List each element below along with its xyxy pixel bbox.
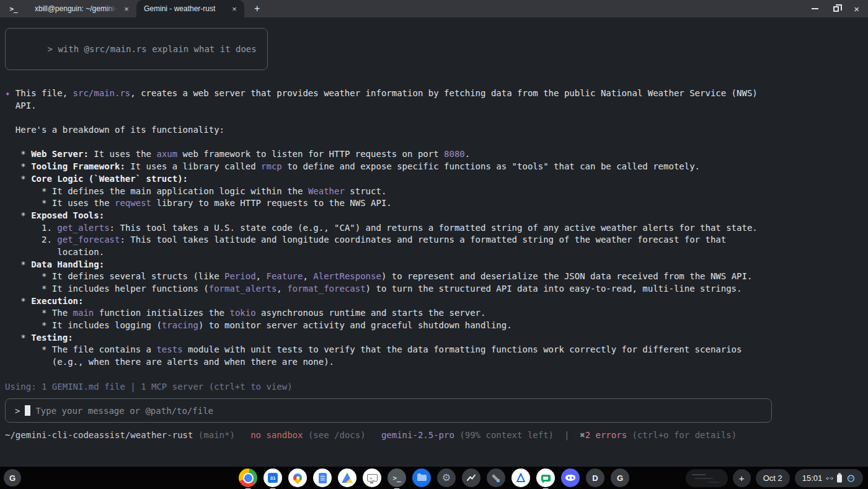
shelf-app-d[interactable]: D (586, 469, 604, 487)
shelf-app-activity[interactable] (462, 469, 480, 487)
message-input[interactable]: > Type your message or @path/to/file (5, 398, 772, 423)
activity-chart-icon (462, 469, 480, 487)
previous-prompt: > with @src/main.rs explain what it does (5, 28, 268, 70)
clock-label: 15:01 (802, 473, 823, 483)
shelf-app-chat[interactable] (536, 469, 555, 487)
shelf-app-calendar[interactable]: 31 (264, 469, 282, 487)
system-tray: + Oct 2 15:01 ‹··› (686, 469, 863, 487)
debug-bug-icon (846, 473, 856, 483)
window-tab-strip: >_ xbill@penguin: ~/gemini-cli-codeas × … (0, 0, 868, 17)
tray-plus-button[interactable]: + (733, 469, 751, 487)
tab-gemini-weather-rust[interactable]: Gemini - weather-rust × (136, 0, 244, 17)
tab-title: xbill@penguin: ~/gemini-cli-codeas (35, 4, 118, 13)
shelf-app-g[interactable]: G (611, 469, 629, 487)
date-pill[interactable]: Oct 2 (756, 469, 790, 487)
tab-title: Gemini - weather-rust (144, 4, 215, 13)
taskbar: G 31 >_ >_ ⚙ (0, 467, 868, 489)
shelf-app-tools[interactable] (487, 469, 505, 487)
restore-icon[interactable] (833, 6, 839, 12)
text-cursor (25, 405, 30, 416)
status-bar: ~/gemini-cli-codeassist/weather-rust (ma… (5, 430, 868, 442)
shelf-app-discord[interactable] (561, 469, 580, 487)
android-studio-icon (512, 469, 530, 487)
shelf-app-linux[interactable]: >_ (363, 469, 381, 487)
close-icon[interactable]: × (854, 4, 859, 14)
terminal-output: ✦ This file, src/main.rs, creates a web … (0, 88, 868, 393)
shelf-app-android-studio[interactable] (512, 469, 530, 487)
date-label: Oct 2 (763, 473, 782, 483)
close-icon[interactable]: × (229, 4, 239, 14)
files-icon (412, 469, 431, 487)
input-placeholder: Type your message or @path/to/file (35, 406, 213, 416)
shelf-app-files[interactable] (412, 469, 431, 487)
drive-icon (338, 469, 356, 487)
minimize-icon[interactable] (812, 8, 818, 9)
terminal-body: > with @src/main.rs explain what it does… (0, 17, 868, 467)
discord-icon (561, 469, 580, 487)
new-tab-button[interactable]: + (254, 4, 260, 14)
tab-terminal-shell[interactable]: xbill@penguin: ~/gemini-cli-codeas × (27, 0, 136, 17)
ethernet-icon: ‹··› (826, 474, 833, 482)
d-app-icon: D (586, 469, 604, 487)
terminal-app-icon: >_ (0, 0, 27, 17)
calendar-icon: 31 (264, 469, 282, 487)
plus-icon: + (739, 473, 745, 483)
g-app-icon: G (611, 469, 629, 487)
shelf-app-docs[interactable] (313, 469, 332, 487)
shelf-app-terminal[interactable]: >_ (388, 469, 406, 487)
shelf-app-settings[interactable]: ⚙ (437, 469, 456, 487)
screen-capture-preview[interactable] (686, 469, 728, 487)
close-icon[interactable]: × (122, 4, 131, 14)
settings-gear-icon: ⚙ (437, 469, 456, 487)
battery-icon (836, 473, 843, 483)
launcher-letter: G (9, 473, 16, 483)
launcher-button[interactable]: G (4, 469, 21, 487)
shelf-app-chrome[interactable] (239, 469, 257, 487)
shelf-app-drive[interactable] (338, 469, 356, 487)
docs-icon (313, 469, 332, 487)
input-prompt: > (15, 406, 20, 416)
linux-apps-icon: >_ (363, 469, 381, 487)
maps-icon (288, 469, 307, 487)
screen: >_ xbill@penguin: ~/gemini-cli-codeas × … (0, 0, 868, 489)
wrench-icon (487, 469, 505, 487)
chat-icon (536, 469, 555, 487)
status-tray-pill[interactable]: 15:01 ‹··› (795, 469, 863, 487)
shelf-app-maps[interactable] (288, 469, 307, 487)
previous-prompt-text: > with @src/main.rs explain what it does (48, 44, 257, 54)
chrome-icon (239, 469, 257, 487)
terminal-icon: >_ (388, 469, 406, 487)
window-controls: × (812, 0, 859, 17)
